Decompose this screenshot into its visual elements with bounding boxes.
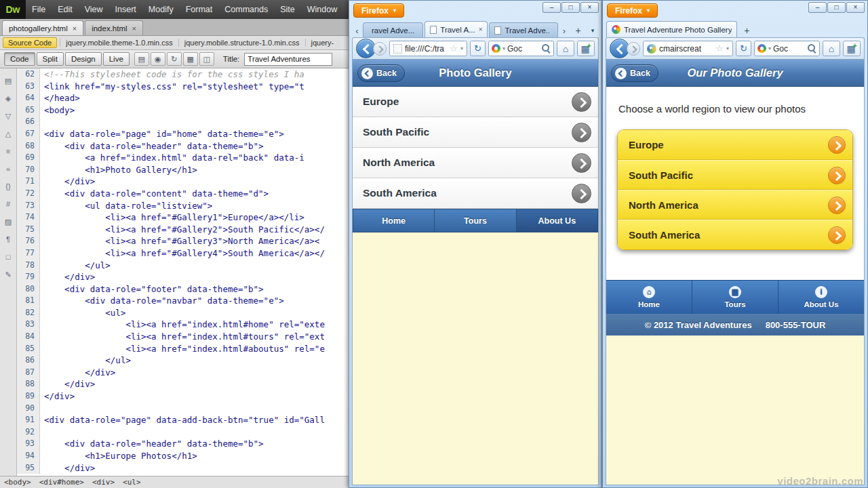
document-title-input[interactable] — [244, 53, 332, 66]
code-line[interactable]: 69 <a href="index.html" data-rel="back" … — [17, 152, 349, 164]
tag-crumb[interactable]: <div#home> — [39, 478, 84, 487]
menu-Window[interactable]: Window — [301, 0, 343, 19]
expand-all-icon[interactable]: ≡ — [3, 146, 14, 157]
browser-tab[interactable]: Travel Adventure Photo Gallery — [606, 21, 737, 37]
code-editor[interactable]: 62<!--This stylesheet code is for the cs… — [17, 68, 349, 476]
view-button-Design[interactable]: Design — [65, 52, 102, 66]
minimize-button[interactable]: – — [808, 2, 827, 13]
region-button[interactable]: North America — [618, 190, 852, 220]
preview-in-browser-icon[interactable]: ◫ — [199, 52, 214, 66]
highlight-invalid-code-icon[interactable]: ▨ — [3, 216, 14, 227]
refresh-design-view-icon[interactable]: ↻ — [167, 52, 182, 66]
collapse-selection-icon[interactable]: △ — [3, 128, 14, 139]
firefox-menu-button[interactable]: Firefox ▾ — [353, 3, 404, 18]
balance-braces-icon[interactable]: {} — [3, 181, 14, 192]
code-line[interactable]: 68 <div data-role="header" data-theme="b… — [17, 140, 349, 152]
code-line[interactable]: 76 <li><a href="#Gallery3">North America… — [17, 235, 349, 247]
code-navigator-icon[interactable]: ◈ — [3, 93, 14, 104]
forward-button[interactable] — [373, 42, 387, 56]
scroll-tabs-right-icon[interactable]: › — [559, 24, 568, 37]
code-line[interactable]: 73 <ul data-role="listview"> — [17, 200, 349, 212]
live-code-icon[interactable]: ▤ — [134, 52, 149, 66]
url-text[interactable]: file:///C:/tra — [405, 44, 447, 54]
url-bar[interactable]: file:///C:/tra ☆ ▾ — [389, 41, 467, 56]
region-button[interactable]: South America — [618, 220, 852, 249]
ff2-titlebar[interactable]: Firefox ▾ –□× — [606, 1, 865, 19]
list-item[interactable]: North America — [353, 148, 598, 178]
search-engine-dropdown-icon[interactable]: ▾ — [502, 45, 505, 52]
related-file[interactable]: jquery.mobile.theme-1.0.min.css — [60, 39, 178, 47]
tag-crumb[interactable]: <div> — [92, 478, 115, 487]
menu-View[interactable]: View — [79, 0, 109, 19]
related-file[interactable]: jquery.mobile.structure-1.0.min.css — [178, 39, 305, 47]
close-tab-icon[interactable]: × — [479, 26, 483, 33]
code-line[interactable]: 65<body> — [17, 104, 349, 117]
code-line[interactable]: 78 </ul> — [17, 260, 349, 272]
code-line[interactable]: 86 </ul> — [17, 354, 349, 367]
bookmarks-button[interactable]: ▦ + — [577, 41, 595, 56]
close-button[interactable]: × — [580, 2, 599, 13]
tag-crumb[interactable]: <ul> — [123, 478, 141, 487]
url-dropdown-icon[interactable]: ▾ — [726, 45, 729, 52]
tag-crumb[interactable]: <body> — [4, 478, 31, 487]
code-line[interactable]: 66 — [17, 116, 349, 128]
search-icon[interactable] — [808, 44, 816, 53]
code-line[interactable]: 62<!--This stylesheet code is for the cs… — [17, 68, 349, 81]
code-line[interactable]: 94 <h1>Europe Photos</h1> — [17, 450, 349, 462]
format-source-code-icon[interactable]: ✎ — [3, 269, 14, 280]
firefox-menu-button[interactable]: Firefox ▾ — [607, 3, 658, 18]
maximize-button[interactable]: □ — [561, 2, 580, 13]
minimize-button[interactable]: – — [542, 2, 561, 13]
navbar-button-About Us[interactable]: iAbout Us — [778, 281, 864, 314]
home-button[interactable]: ⌂ — [557, 41, 574, 56]
code-line[interactable]: 88 </div> — [17, 378, 349, 390]
reload-button[interactable]: ↻ — [470, 41, 486, 56]
view-button-Live[interactable]: Live — [103, 52, 130, 66]
code-line[interactable]: 89</div> — [17, 390, 349, 403]
menu-Format[interactable]: Format — [180, 0, 219, 19]
back-button[interactable]: Back — [611, 64, 658, 82]
home-button[interactable]: ⌂ — [823, 41, 840, 56]
code-line[interactable]: 87 </div> — [17, 367, 349, 379]
multiscreen-preview-icon[interactable]: ▦ — [183, 52, 198, 66]
inspect-icon[interactable]: ◉ — [151, 52, 165, 66]
code-line[interactable]: 74 <li><a href="#Gallery1">Europe</a></l… — [17, 211, 349, 224]
menu-Edit[interactable]: Edit — [52, 0, 79, 19]
reload-button[interactable]: ↻ — [736, 41, 751, 56]
code-line[interactable]: 92 — [17, 426, 349, 439]
navbar-button[interactable]: Tours — [435, 209, 516, 232]
menu-Insert[interactable]: Insert — [109, 0, 142, 19]
navbar-button-Tours[interactable]: ▦Tours — [692, 281, 778, 314]
code-line[interactable]: 95 </div> — [17, 462, 349, 474]
menu-Commands[interactable]: Commands — [218, 0, 274, 19]
bookmarks-button[interactable]: ▦ + — [843, 41, 861, 56]
code-line[interactable]: 80 <div data-role="footer" data-theme="b… — [17, 283, 349, 296]
list-item[interactable]: South America — [353, 178, 598, 209]
view-button-Code[interactable]: Code — [4, 52, 35, 66]
browser-tab[interactable]: Travel Adve... — [489, 22, 558, 37]
view-button-Split[interactable]: Split — [37, 52, 64, 66]
code-line[interactable]: 71 </div> — [17, 176, 349, 188]
code-line[interactable]: 82 <ul> — [17, 307, 349, 319]
bookmark-star-icon[interactable]: ☆ — [450, 43, 458, 54]
list-item[interactable]: Europe — [353, 87, 598, 117]
search-icon[interactable] — [542, 44, 551, 53]
back-button[interactable]: Back — [357, 64, 405, 82]
code-line[interactable]: 67<div data-role="page" id="home" data-t… — [17, 128, 349, 140]
browser-tab[interactable]: Travel A...× — [425, 21, 488, 37]
url-bar[interactable]: cmairscreat ☆ ▾ — [643, 41, 733, 56]
navbar-button[interactable]: About Us — [517, 209, 598, 232]
close-tab-icon[interactable]: × — [73, 24, 77, 33]
code-line[interactable]: 63<link href="my-styles.css" rel="styles… — [17, 81, 349, 93]
wrap-tag-icon[interactable]: □ — [3, 251, 14, 262]
related-file[interactable]: jquery- — [305, 39, 340, 47]
code-line[interactable]: 83 <li><a href="index.html#home" rel="ex… — [17, 319, 349, 331]
search-text[interactable]: Goc — [507, 44, 540, 54]
forward-button[interactable] — [627, 42, 640, 56]
code-line[interactable]: 84 <li><a href="index.html#tours" rel="e… — [17, 331, 349, 343]
code-line[interactable]: 91<div data-role="page" data-add-back-bt… — [17, 414, 349, 426]
maximize-button[interactable]: □ — [827, 2, 846, 13]
region-button[interactable]: South Pacific — [618, 160, 852, 190]
select-parent-tag-icon[interactable]: « — [3, 163, 14, 174]
source-code-button[interactable]: Source Code — [3, 37, 57, 48]
